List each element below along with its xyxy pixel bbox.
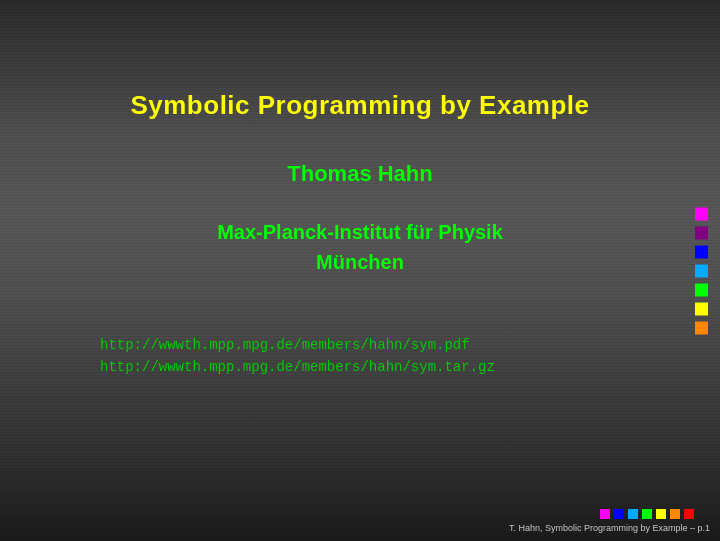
bottom-square xyxy=(684,509,694,519)
link1[interactable]: http://wwwth.mpp.mpg.de/members/hahn/sym… xyxy=(100,337,720,353)
institute-line2: München xyxy=(217,247,503,277)
side-square xyxy=(695,264,708,277)
bottom-squares xyxy=(600,509,694,519)
side-square xyxy=(695,302,708,315)
link2[interactable]: http://wwwth.mpp.mpg.de/members/hahn/sym… xyxy=(100,359,720,375)
bottom-decoration xyxy=(0,509,720,519)
side-square xyxy=(695,207,708,220)
slide-content: Symbolic Programming by Example Thomas H… xyxy=(0,0,720,375)
side-square xyxy=(695,321,708,334)
side-square xyxy=(695,283,708,296)
bottom-square xyxy=(628,509,638,519)
bottom-square xyxy=(670,509,680,519)
bottom-square xyxy=(600,509,610,519)
side-decoration xyxy=(695,207,708,334)
side-square xyxy=(695,226,708,239)
footer-text: T. Hahn, Symbolic Programming by Example… xyxy=(509,523,710,533)
slide-author: Thomas Hahn xyxy=(287,161,432,187)
institute-line1: Max-Planck-Institut für Physik xyxy=(217,217,503,247)
slide-links: http://wwwth.mpp.mpg.de/members/hahn/sym… xyxy=(0,337,720,375)
bottom-square xyxy=(614,509,624,519)
slide: Symbolic Programming by Example Thomas H… xyxy=(0,0,720,541)
side-square xyxy=(695,245,708,258)
bottom-square xyxy=(656,509,666,519)
slide-institute: Max-Planck-Institut für Physik München xyxy=(217,217,503,277)
slide-title: Symbolic Programming by Example xyxy=(130,90,589,121)
bottom-square xyxy=(642,509,652,519)
